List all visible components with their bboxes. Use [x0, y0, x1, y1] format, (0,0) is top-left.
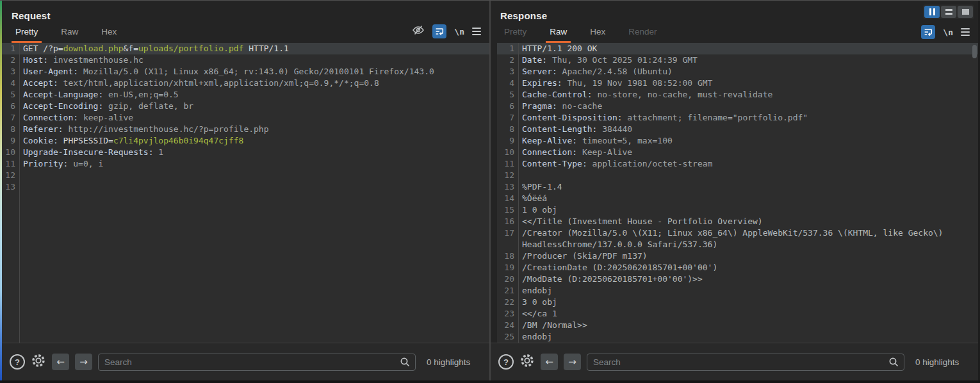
gear-icon[interactable]: [31, 353, 46, 371]
next-match-button[interactable]: →: [75, 354, 92, 370]
tab-hex[interactable]: Hex: [586, 27, 609, 43]
code-line[interactable]: 4Accept: text/html,application/xhtml+xml…: [2, 77, 489, 89]
tab-hex[interactable]: Hex: [97, 27, 120, 43]
code-line[interactable]: 6Pragma: no-cache: [497, 101, 978, 112]
code-line[interactable]: 7Content-Disposition: attachment; filena…: [497, 112, 978, 124]
code-line[interactable]: 1HTTP/1.1 200 OK: [497, 43, 978, 54]
next-match-button[interactable]: →: [564, 354, 581, 370]
code-line[interactable]: 4Expires: Thu, 19 Nov 1981 08:52:00 GMT: [497, 77, 978, 89]
line-number: 12: [2, 170, 19, 181]
code-line[interactable]: 6Accept-Encoding: gzip, deflate, br: [2, 101, 489, 112]
code-line[interactable]: 17/Creator (Mozilla/5.0 \(X11; Linux x86…: [497, 227, 978, 239]
line-number: 4: [2, 77, 19, 89]
code-line[interactable]: HeadlessChrome/137.0.0.0 Safari/537.36): [497, 239, 978, 250]
code-line[interactable]: 223 0 obj: [497, 297, 978, 308]
code-line[interactable]: 12: [497, 170, 978, 181]
code-line[interactable]: 24/BM /Normal>>: [497, 320, 978, 331]
line-number: 8: [2, 124, 19, 135]
code-line[interactable]: 5Cache-Control: no-store, no-cache, must…: [497, 89, 978, 101]
code-line[interactable]: 151 0 obj: [497, 204, 978, 216]
code-line[interactable]: 2Host: investmenthouse.hc: [2, 54, 489, 66]
request-panel: Request PrettyRawHex: [2, 1, 489, 380]
code-line[interactable]: 14%Óëéá: [497, 193, 978, 204]
eye-slash-icon[interactable]: [412, 24, 425, 39]
code-line[interactable]: 9Cookie: PHPSESSID=c7li4pvjlop46b0i94q47…: [2, 135, 489, 147]
line-number: 9: [497, 135, 518, 147]
code-line[interactable]: 7Connection: keep-alive: [2, 112, 489, 124]
search-input[interactable]: [587, 354, 904, 371]
line-number: 14: [497, 193, 518, 204]
line-number: 13: [2, 181, 19, 193]
newline-icon[interactable]: \n: [943, 28, 953, 37]
left-edge-gradient: [0, 1, 2, 383]
gear-icon[interactable]: [519, 353, 535, 371]
code-line[interactable]: 21endobj: [497, 285, 978, 297]
menu-icon[interactable]: [961, 28, 970, 36]
response-search-bar: ? ← → 0 highlights: [491, 343, 978, 380]
line-number: 11: [497, 158, 518, 170]
code-line[interactable]: 8Referer: http://investmenthouse.hc/?p=p…: [2, 124, 489, 135]
layout-columns-button[interactable]: [924, 6, 940, 18]
code-line[interactable]: 11Priority: u=0, i: [2, 158, 489, 170]
code-line[interactable]: 19/CreationDate (D:20250620185701+00'00'…: [497, 262, 978, 273]
code-line[interactable]: 8Content-Length: 384440: [497, 124, 978, 135]
highlights-count: 0 highlights: [427, 357, 482, 367]
http-message-window: Request PrettyRawHex: [0, 0, 980, 383]
layout-rows-button[interactable]: [941, 6, 956, 18]
code-line[interactable]: 10Connection: Keep-Alive: [497, 147, 978, 158]
tab-render: Render: [625, 27, 660, 43]
line-number: 13: [497, 181, 518, 193]
code-line[interactable]: 3User-Agent: Mozilla/5.0 (X11; Linux x86…: [2, 66, 489, 77]
word-wrap-icon[interactable]: [432, 24, 446, 38]
panel-divider[interactable]: [489, 1, 491, 380]
tab-raw[interactable]: Raw: [546, 27, 571, 43]
line-number: 8: [497, 124, 518, 135]
response-toolbar: \n: [921, 25, 978, 43]
line-number: 23: [497, 308, 518, 320]
line-number: 22: [497, 297, 518, 308]
response-editor[interactable]: 1HTTP/1.1 200 OK2Date: Thu, 30 Oct 2025 …: [497, 43, 978, 343]
code-line[interactable]: 13: [2, 181, 489, 193]
newline-icon[interactable]: \n: [454, 27, 464, 37]
bottom-edge: [0, 380, 980, 383]
line-number: [497, 239, 518, 250]
code-line[interactable]: 2Date: Thu, 30 Oct 2025 01:24:39 GMT: [497, 54, 978, 66]
help-icon[interactable]: ?: [10, 354, 25, 370]
line-number: 9: [2, 135, 19, 147]
line-number: 11: [2, 158, 19, 170]
request-tabs: PrettyRawHex \n: [2, 22, 489, 43]
search-icon: [400, 357, 411, 370]
rows-icon: [945, 9, 952, 15]
code-line[interactable]: 23<</ca 1: [497, 308, 978, 320]
code-line[interactable]: 11Content-Type: application/octet-stream: [497, 158, 978, 170]
prev-match-button[interactable]: ←: [52, 354, 69, 370]
code-line[interactable]: 1GET /?p=download.php&f=uploads/portfoli…: [2, 43, 489, 54]
line-number: 3: [2, 66, 19, 77]
code-line[interactable]: 16<</Title (Investment House - Portfolio…: [497, 216, 978, 227]
layout-single-button[interactable]: [958, 6, 973, 18]
code-line[interactable]: 25endobj: [497, 331, 978, 343]
tab-pretty[interactable]: Pretty: [12, 27, 42, 43]
request-toolbar: \n: [412, 24, 489, 43]
word-wrap-icon[interactable]: [921, 25, 935, 39]
response-panel: Response PrettyRawHexRender \n 1HTTP/1.1…: [491, 1, 978, 380]
code-line[interactable]: 9Keep-Alive: timeout=5, max=100: [497, 135, 978, 147]
code-line[interactable]: 20/ModDate (D:20250620185701+00'00')>>: [497, 273, 978, 285]
code-line[interactable]: 3Server: Apache/2.4.58 (Ubuntu): [497, 66, 978, 77]
tab-raw[interactable]: Raw: [57, 27, 82, 43]
prev-match-button[interactable]: ←: [541, 354, 558, 370]
code-line[interactable]: 10Upgrade-Insecure-Requests: 1: [2, 147, 489, 158]
line-number: 15: [497, 204, 518, 216]
line-number: 21: [497, 285, 518, 297]
scrollbar-thumb[interactable]: [972, 45, 977, 58]
help-icon[interactable]: ?: [498, 354, 514, 370]
code-line[interactable]: 5Accept-Language: en-US,en;q=0.5: [2, 89, 489, 101]
request-editor[interactable]: 1GET /?p=download.php&f=uploads/portfoli…: [2, 43, 489, 343]
code-line[interactable]: 12: [2, 170, 489, 181]
code-line[interactable]: 13%PDF-1.4: [497, 181, 978, 193]
layout-controls: [923, 4, 974, 19]
menu-icon[interactable]: [472, 28, 481, 35]
search-input[interactable]: [98, 354, 416, 371]
line-number: 7: [497, 112, 518, 124]
code-line[interactable]: 18/Producer (Skia/PDF m137): [497, 250, 978, 262]
